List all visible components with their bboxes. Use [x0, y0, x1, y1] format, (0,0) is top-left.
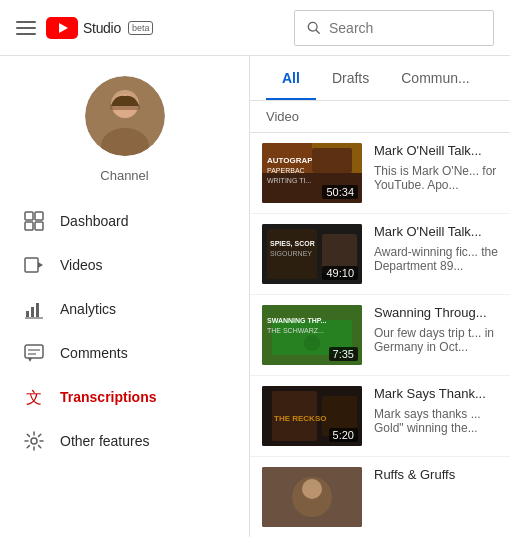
svg-marker-14: [38, 262, 43, 268]
comments-icon: [24, 343, 44, 363]
sidebar-item-analytics[interactable]: Analytics: [0, 287, 249, 331]
duration-badge: 7:35: [329, 347, 358, 361]
videos-label: Videos: [60, 257, 103, 273]
transcriptions-label: Transcriptions: [60, 389, 156, 405]
tabs-row: All Drafts Commun...: [250, 56, 510, 101]
svg-rect-13: [25, 258, 38, 272]
video-title: Ruffs & Gruffs: [374, 467, 498, 484]
tab-drafts[interactable]: Drafts: [316, 56, 385, 100]
menu-icon[interactable]: [16, 21, 36, 35]
video-title: Mark O'Neill Talk...: [374, 143, 498, 160]
other-features-label: Other features: [60, 433, 150, 449]
sidebar-item-other-features[interactable]: Other features: [0, 419, 249, 463]
video-info: Mark O'Neill Talk... Award-winning fic..…: [374, 224, 498, 273]
svg-text:文: 文: [26, 389, 42, 406]
youtube-logo-svg: [46, 17, 78, 39]
transcriptions-icon: 文: [24, 387, 44, 407]
svg-line-3: [316, 30, 319, 33]
sidebar: Channel Dashboard: [0, 56, 250, 537]
svg-rect-9: [25, 212, 33, 220]
video-thumbnail: SWANNING THP... THE SCHWARZ... 7:35: [262, 305, 362, 365]
table-row: Ruffs & Gruffs: [250, 457, 510, 537]
tab-community[interactable]: Commun...: [385, 56, 485, 100]
tab-all[interactable]: All: [266, 56, 316, 100]
table-row: SWANNING THP... THE SCHWARZ... 7:35 Swan…: [250, 295, 510, 376]
svg-rect-10: [35, 212, 43, 220]
duration-badge: 49:10: [322, 266, 358, 280]
video-column-header: Video: [250, 101, 510, 133]
video-thumbnail: SPIES, SCOR SIGOURNEY 49:10: [262, 224, 362, 284]
search-input[interactable]: [329, 20, 481, 36]
svg-text:WRITING TI...: WRITING TI...: [267, 177, 311, 184]
beta-badge: beta: [128, 21, 154, 35]
svg-rect-12: [35, 222, 43, 230]
duration-badge: 50:34: [322, 185, 358, 199]
video-description: Mark says thanks ... Gold" winning the..…: [374, 407, 498, 435]
svg-text:SPIES, SCOR: SPIES, SCOR: [270, 240, 315, 248]
svg-rect-8: [110, 104, 140, 110]
svg-marker-20: [28, 358, 32, 362]
svg-point-53: [302, 479, 322, 499]
comments-label: Comments: [60, 345, 128, 361]
content-area: All Drafts Commun... Video AUTOGRAPH PAP…: [250, 56, 510, 537]
logo-area: Studiobeta: [46, 17, 153, 39]
search-icon: [307, 20, 321, 36]
video-description: Award-winning fic... the Department 89..…: [374, 245, 498, 273]
search-box[interactable]: [294, 10, 494, 46]
table-row: SPIES, SCOR SIGOURNEY 49:10 Mark O'Neill…: [250, 214, 510, 295]
videos-list: AUTOGRAPH PAPERBAC WRITING TI... 50:34 M…: [250, 133, 510, 537]
avatar-image: [85, 76, 165, 156]
video-title: Swanning Throug...: [374, 305, 498, 322]
channel-label: Channel: [100, 168, 148, 183]
svg-text:THE RECKSO: THE RECKSO: [274, 414, 326, 423]
video-title: Mark O'Neill Talk...: [374, 224, 498, 241]
video-thumbnail: AUTOGRAPH PAPERBAC WRITING TI... 50:34: [262, 143, 362, 203]
svg-rect-32: [312, 148, 352, 173]
analytics-icon: [24, 299, 44, 319]
svg-text:PAPERBAC: PAPERBAC: [267, 167, 305, 174]
svg-rect-19: [25, 345, 43, 358]
duration-badge: 5:20: [329, 428, 358, 442]
avatar: [85, 76, 165, 156]
dashboard-icon: [24, 211, 44, 231]
video-title: Mark Says Thank...: [374, 386, 498, 403]
studio-text: Studio: [83, 20, 121, 36]
svg-text:SIGOURNEY: SIGOURNEY: [270, 250, 312, 257]
video-description: Our few days trip t... in Germany in Oct…: [374, 326, 498, 354]
svg-rect-11: [25, 222, 33, 230]
svg-text:AUTOGRAPH: AUTOGRAPH: [267, 156, 319, 165]
table-row: AUTOGRAPH PAPERBAC WRITING TI... 50:34 M…: [250, 133, 510, 214]
svg-text:THE SCHWARZ...: THE SCHWARZ...: [267, 327, 324, 334]
video-info: Swanning Throug... Our few days trip t..…: [374, 305, 498, 354]
svg-rect-17: [36, 303, 39, 317]
table-row: THE RECKSO 5:20 Mark Says Thank... Mark …: [250, 376, 510, 457]
header-left: Studiobeta: [16, 17, 153, 39]
svg-point-24: [31, 438, 37, 444]
video-info: Mark O'Neill Talk... This is Mark O'Ne..…: [374, 143, 498, 192]
svg-text:SWANNING THP...: SWANNING THP...: [267, 317, 326, 324]
video-description: This is Mark O'Ne... for YouTube. Apo...: [374, 164, 498, 192]
video-thumbnail: THE RECKSO 5:20: [262, 386, 362, 446]
videos-icon: [24, 255, 44, 275]
dashboard-label: Dashboard: [60, 213, 129, 229]
sidebar-item-comments[interactable]: Comments: [0, 331, 249, 375]
other-features-icon: [24, 431, 44, 451]
video-info: Ruffs & Gruffs: [374, 467, 498, 488]
svg-rect-15: [26, 311, 29, 317]
svg-rect-16: [31, 307, 34, 317]
sidebar-item-videos[interactable]: Videos: [0, 243, 249, 287]
youtube-logo: [46, 17, 78, 39]
nav-menu: Dashboard Videos: [0, 199, 249, 463]
sidebar-item-transcriptions[interactable]: 文 Transcriptions: [0, 375, 249, 419]
thumb-image: [262, 467, 362, 527]
analytics-label: Analytics: [60, 301, 116, 317]
sidebar-item-dashboard[interactable]: Dashboard: [0, 199, 249, 243]
svg-point-44: [304, 335, 320, 351]
video-info: Mark Says Thank... Mark says thanks ... …: [374, 386, 498, 435]
video-thumbnail: [262, 467, 362, 527]
main-layout: Channel Dashboard: [0, 56, 510, 537]
header: Studiobeta: [0, 0, 510, 56]
